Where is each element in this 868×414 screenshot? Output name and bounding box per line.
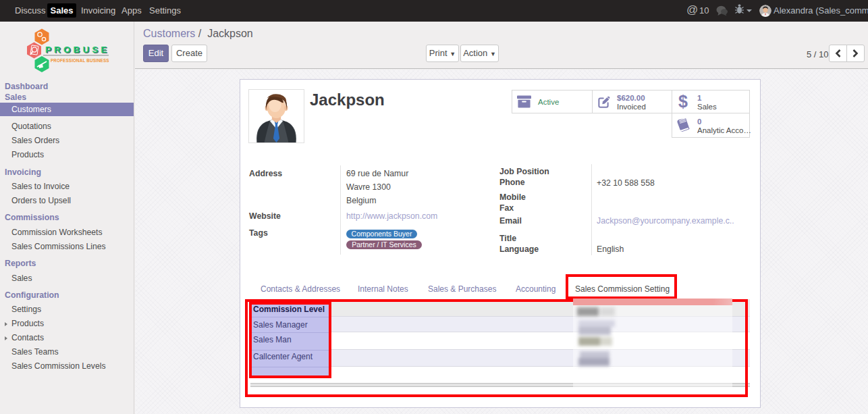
svg-text:PROFESSIONAL BUSINESS: PROFESSIONAL BUSINESS <box>51 58 109 63</box>
svg-text:PROBUSE: PROBUSE <box>45 45 109 55</box>
